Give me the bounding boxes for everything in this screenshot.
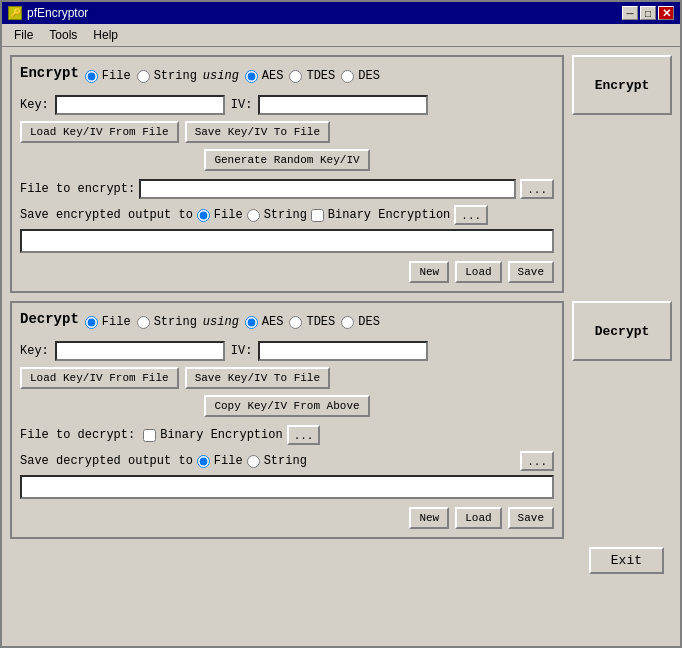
encrypt-save-browse-btn[interactable]: ...: [454, 205, 488, 225]
decrypt-radio-file[interactable]: File: [85, 315, 131, 329]
decrypt-binary-check[interactable]: Binary Encryption: [143, 428, 282, 442]
menubar: File Tools Help: [2, 24, 680, 47]
decrypt-load-btn[interactable]: Load: [455, 507, 501, 529]
encrypt-tdes-radio[interactable]: [289, 70, 302, 83]
exit-row: Exit: [10, 547, 672, 578]
decrypt-new-btn[interactable]: New: [409, 507, 449, 529]
decrypt-copy-key-row: Copy Key/IV From Above: [20, 395, 554, 417]
encrypt-new-btn[interactable]: New: [409, 261, 449, 283]
menu-help[interactable]: Help: [85, 26, 126, 44]
encrypt-binary-checkbox[interactable]: [311, 209, 324, 222]
encrypt-des-label: DES: [358, 69, 380, 83]
encrypt-save-key-btn[interactable]: Save Key/IV To File: [185, 121, 330, 143]
decrypt-out-file-label: File: [214, 454, 243, 468]
decrypt-save-btn[interactable]: Save: [508, 507, 554, 529]
decrypt-alg-tdes[interactable]: TDES: [289, 315, 335, 329]
encrypt-radio-file[interactable]: File: [85, 69, 131, 83]
encrypt-out-file-label: File: [214, 208, 243, 222]
menu-file[interactable]: File: [6, 26, 41, 44]
encrypt-out-string-radio[interactable]: [247, 209, 260, 222]
encrypt-iv-label: IV:: [231, 98, 253, 112]
decrypt-out-string-label: String: [264, 454, 307, 468]
encrypt-alg-tdes[interactable]: TDES: [289, 69, 335, 83]
decrypt-out-file-radio[interactable]: [197, 455, 210, 468]
encrypt-load-key-btn[interactable]: Load Key/IV From File: [20, 121, 179, 143]
encrypt-title: Encrypt: [20, 65, 79, 81]
decrypt-out-string-radio[interactable]: [247, 455, 260, 468]
decrypt-panel-header: Decrypt File String using AES: [20, 311, 554, 333]
decrypt-save-row: Save decrypted output to File String ...: [20, 451, 554, 471]
encrypt-save-btn[interactable]: Save: [508, 261, 554, 283]
decrypt-input-file-radio[interactable]: [85, 316, 98, 329]
encrypt-iv-input[interactable]: [258, 95, 428, 115]
decrypt-output-text-box: [20, 475, 554, 499]
decrypt-save-string[interactable]: String: [247, 454, 307, 468]
decrypt-save-key-btn[interactable]: Save Key/IV To File: [185, 367, 330, 389]
titlebar-left: 🔑 pfEncryptor: [8, 6, 88, 20]
exit-btn[interactable]: Exit: [589, 547, 664, 574]
decrypt-save-file[interactable]: File: [197, 454, 243, 468]
encrypt-gen-key-row: Generate Random Key/IV: [20, 149, 554, 171]
encrypt-alg-des[interactable]: DES: [341, 69, 380, 83]
decrypt-alg-des[interactable]: DES: [341, 315, 380, 329]
decrypt-file-label-text: File to decrypt:: [20, 428, 135, 442]
decrypt-panel: Decrypt File String using AES: [10, 301, 564, 539]
decrypt-iv-label: IV:: [231, 344, 253, 358]
encrypt-using-label: using: [203, 69, 239, 83]
decrypt-binary-label: Binary Encryption: [160, 428, 282, 442]
window-title: pfEncryptor: [27, 6, 88, 20]
encrypt-save-string[interactable]: String: [247, 208, 307, 222]
encrypt-input-file-radio[interactable]: [85, 70, 98, 83]
decrypt-load-key-btn[interactable]: Load Key/IV From File: [20, 367, 179, 389]
maximize-button[interactable]: □: [640, 6, 656, 20]
encrypt-key-label: Key:: [20, 98, 49, 112]
decrypt-binary-checkbox[interactable]: [143, 429, 156, 442]
encrypt-aes-label: AES: [262, 69, 284, 83]
decrypt-iv-input[interactable]: [258, 341, 428, 361]
titlebar-buttons: ─ □ ✕: [622, 6, 674, 20]
encrypt-load-btn[interactable]: Load: [455, 261, 501, 283]
decrypt-aes-radio[interactable]: [245, 316, 258, 329]
menu-tools[interactable]: Tools: [41, 26, 85, 44]
decrypt-file-row: File to decrypt: Binary Encryption ...: [20, 425, 554, 445]
decrypt-radio-string[interactable]: String: [137, 315, 197, 329]
decrypt-input-string-radio[interactable]: [137, 316, 150, 329]
encrypt-binary-check[interactable]: Binary Encryption: [311, 208, 450, 222]
decrypt-file-browse-btn[interactable]: ...: [287, 425, 321, 445]
encrypt-file-browse-btn[interactable]: ...: [520, 179, 554, 199]
encrypt-file-label: File: [102, 69, 131, 83]
decrypt-alg-aes[interactable]: AES: [245, 315, 284, 329]
encrypt-des-radio[interactable]: [341, 70, 354, 83]
decrypt-des-label: DES: [358, 315, 380, 329]
decrypt-key-btn-row: Load Key/IV From File Save Key/IV To Fil…: [20, 367, 554, 389]
encrypt-file-input-box: [139, 179, 516, 199]
decrypt-copy-key-btn[interactable]: Copy Key/IV From Above: [204, 395, 369, 417]
decrypt-key-iv-row: Key: IV:: [20, 341, 554, 361]
encrypt-binary-label: Binary Encryption: [328, 208, 450, 222]
decrypt-bottom-btn-row: New Load Save: [20, 503, 554, 529]
titlebar: 🔑 pfEncryptor ─ □ ✕: [2, 2, 680, 24]
encrypt-bottom-btn-row: New Load Save: [20, 257, 554, 283]
decrypt-tdes-radio[interactable]: [289, 316, 302, 329]
encrypt-key-input[interactable]: [55, 95, 225, 115]
decrypt-key-input[interactable]: [55, 341, 225, 361]
close-button[interactable]: ✕: [658, 6, 674, 20]
decrypt-save-label: Save decrypted output to: [20, 454, 193, 468]
encrypt-input-string-radio[interactable]: [137, 70, 150, 83]
encrypt-action-btn[interactable]: Encrypt: [572, 55, 672, 115]
encrypt-alg-aes[interactable]: AES: [245, 69, 284, 83]
encrypt-save-label: Save encrypted output to: [20, 208, 193, 222]
encrypt-gen-key-btn[interactable]: Generate Random Key/IV: [204, 149, 369, 171]
decrypt-save-browse-btn[interactable]: ...: [520, 451, 554, 471]
encrypt-file-row: File to encrypt: ...: [20, 179, 554, 199]
encrypt-panel-header: Encrypt File String using AES: [20, 65, 554, 87]
minimize-button[interactable]: ─: [622, 6, 638, 20]
encrypt-row: Encrypt File String using AES: [10, 55, 672, 293]
decrypt-action-btn[interactable]: Decrypt: [572, 301, 672, 361]
encrypt-aes-radio[interactable]: [245, 70, 258, 83]
encrypt-out-file-radio[interactable]: [197, 209, 210, 222]
decrypt-des-radio[interactable]: [341, 316, 354, 329]
encrypt-radio-string[interactable]: String: [137, 69, 197, 83]
encrypt-key-iv-row: Key: IV:: [20, 95, 554, 115]
encrypt-save-file[interactable]: File: [197, 208, 243, 222]
